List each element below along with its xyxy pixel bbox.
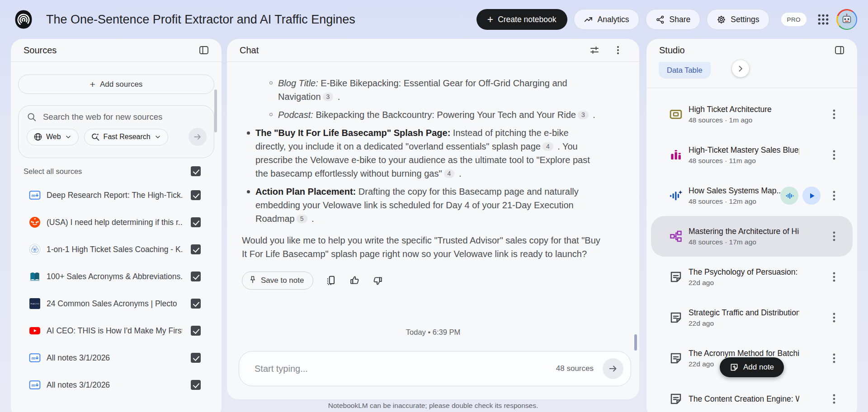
web-filter-chip[interactable]: Web xyxy=(27,129,79,145)
chat-messages: Blog Title: E-Bike Bikepacking: Essentia… xyxy=(227,62,639,290)
fast-research-label: Fast Research xyxy=(104,133,151,141)
studio-item-text: The Content Creation Engine: Wee... xyxy=(689,394,799,404)
search-input[interactable] xyxy=(43,112,207,122)
studio-item-actions xyxy=(780,187,841,205)
item-menu-button[interactable] xyxy=(827,229,841,243)
save-to-note-button[interactable]: Save to note xyxy=(242,272,313,290)
citation-chip[interactable]: 3 xyxy=(323,93,334,101)
notebooklm-logo-icon[interactable] xyxy=(14,9,33,29)
arrow-right-icon xyxy=(193,132,202,141)
chat-panel-title: Chat xyxy=(240,45,259,56)
studio-item-text: The Psychology of Persuasion: Hig...22d … xyxy=(689,267,799,287)
italic-text: Podcast: xyxy=(278,110,313,120)
create-notebook-button[interactable]: + Create notebook xyxy=(476,9,567,30)
item-menu-button[interactable] xyxy=(827,189,841,202)
chip-scroll-button[interactable] xyxy=(732,60,749,77)
analytics-button[interactable]: Analytics xyxy=(574,9,639,30)
search-submit-button[interactable] xyxy=(189,128,207,146)
flowchart-icon xyxy=(669,229,683,243)
item-menu-button[interactable] xyxy=(827,311,841,324)
data-table-chip[interactable]: Data Table xyxy=(659,62,711,79)
item-menu-button[interactable] xyxy=(827,148,841,162)
studio-item-meta: 22d ago xyxy=(689,279,799,287)
source-checkbox[interactable] xyxy=(191,326,201,336)
bar-chart-icon xyxy=(669,148,683,162)
source-checkbox[interactable] xyxy=(191,190,201,200)
source-row[interactable]: mAll notes 3/1/2026 xyxy=(11,344,222,371)
studio-item-text: Mastering the Architecture of High...48 … xyxy=(689,227,799,246)
sources-scrollbar[interactable] xyxy=(214,89,217,132)
source-row[interactable]: mDeep Research Report: The High-Tick... xyxy=(11,182,222,209)
studio-row[interactable]: High-Ticket Mastery Sales Blueprint48 so… xyxy=(651,135,853,175)
source-row[interactable]: 100+ Sales Acronyms & Abbreviations... xyxy=(11,263,222,290)
venn-web-icon xyxy=(29,243,41,255)
send-button[interactable] xyxy=(603,358,623,379)
select-all-row: Select all sources xyxy=(24,164,214,178)
chat-menu-button[interactable] xyxy=(611,43,625,57)
note-icon xyxy=(669,392,683,406)
pin-icon xyxy=(248,275,257,286)
search-icon xyxy=(27,112,37,122)
studio-row[interactable]: The Psychology of Persuasion: Hig...22d … xyxy=(651,257,853,297)
audio-waveform-button[interactable] xyxy=(780,187,798,205)
markdown-doc-icon: m xyxy=(29,189,41,201)
studio-item-text: High-Ticket Mastery Sales Blueprint48 so… xyxy=(689,145,799,165)
studio-item-actions xyxy=(825,148,841,162)
thumbs-up-icon[interactable] xyxy=(349,275,360,286)
disclaimer-text: NotebookLM can be inaccurate; please dou… xyxy=(227,402,639,410)
source-row[interactable]: mAll notes 3/1/2026 xyxy=(11,371,222,398)
source-checkbox[interactable] xyxy=(191,217,201,227)
copy-icon[interactable] xyxy=(325,275,337,286)
chat-input[interactable] xyxy=(255,364,556,374)
studio-row[interactable]: How Sales Systems Map...48 sources · 12m… xyxy=(651,175,853,216)
user-avatar[interactable] xyxy=(836,9,857,30)
source-row[interactable]: 1-on-1 High Ticket Sales Coaching - K... xyxy=(11,236,222,263)
item-menu-button[interactable] xyxy=(827,351,841,365)
thumbs-down-icon[interactable] xyxy=(372,275,384,286)
studio-row[interactable]: Strategic Traffic and Distribution...22d… xyxy=(651,297,853,338)
studio-row[interactable]: High Ticket Architecture48 sources · 1m … xyxy=(651,94,853,135)
source-row[interactable]: (USA) I need help determining if this r.… xyxy=(11,209,222,236)
item-menu-button[interactable] xyxy=(827,108,841,121)
source-checkbox[interactable] xyxy=(191,299,201,309)
message-actions-row: Save to note xyxy=(242,272,601,290)
settings-button[interactable]: Settings xyxy=(707,9,769,30)
chat-settings-button[interactable] xyxy=(588,43,601,57)
select-all-checkbox[interactable] xyxy=(191,166,201,176)
play-button[interactable] xyxy=(802,187,821,205)
source-row[interactable]: AI CEO: THIS is How I'd Make My First ..… xyxy=(11,317,222,344)
source-title: 100+ Sales Acronyms & Abbreviations... xyxy=(47,272,182,281)
citation-chip[interactable]: 3 xyxy=(578,111,589,119)
citation-chip[interactable]: 4 xyxy=(444,169,455,178)
item-menu-button[interactable] xyxy=(827,270,841,284)
note-icon xyxy=(669,351,683,365)
source-checkbox[interactable] xyxy=(191,380,201,390)
svg-text:PLECTO: PLECTO xyxy=(30,303,39,305)
source-checkbox[interactable] xyxy=(191,353,201,363)
citation-chip[interactable]: 5 xyxy=(297,215,307,223)
add-sources-button[interactable]: + Add sources xyxy=(18,75,214,94)
research-sparkle-icon xyxy=(91,132,100,141)
studio-item-title: The Psychology of Persuasion: Hig... xyxy=(689,267,799,277)
source-row[interactable]: PLECTO24 Common Sales Acronyms | Plecto xyxy=(11,290,222,317)
apps-grid-button[interactable] xyxy=(816,13,830,26)
studio-item-text: How Sales Systems Map...48 sources · 12m… xyxy=(689,186,780,206)
fast-research-chip[interactable]: Fast Research xyxy=(84,129,168,145)
source-checkbox[interactable] xyxy=(191,244,201,254)
youtube-icon xyxy=(29,325,41,337)
svg-text:m: m xyxy=(31,383,35,388)
add-note-button[interactable]: Add note xyxy=(720,357,784,377)
share-button[interactable]: Share xyxy=(646,9,701,30)
studio-item-title: The Acronym Method for Batching... xyxy=(689,349,799,358)
citation-chip[interactable]: 4 xyxy=(542,142,553,151)
studio-row[interactable]: The Content Creation Engine: Wee... xyxy=(651,379,853,412)
collapse-sources-button[interactable] xyxy=(197,43,211,57)
studio-item-actions xyxy=(825,108,841,121)
item-menu-button[interactable] xyxy=(827,392,841,406)
chat-scrollbar[interactable] xyxy=(634,334,637,351)
notebook-title[interactable]: The One-Sentence Profit Extractor and AI… xyxy=(46,13,355,27)
message-text: . xyxy=(309,214,314,224)
source-checkbox[interactable] xyxy=(191,272,201,281)
panel-collapse-icon xyxy=(198,45,209,56)
studio-row[interactable]: Mastering the Architecture of High...48 … xyxy=(651,216,853,257)
